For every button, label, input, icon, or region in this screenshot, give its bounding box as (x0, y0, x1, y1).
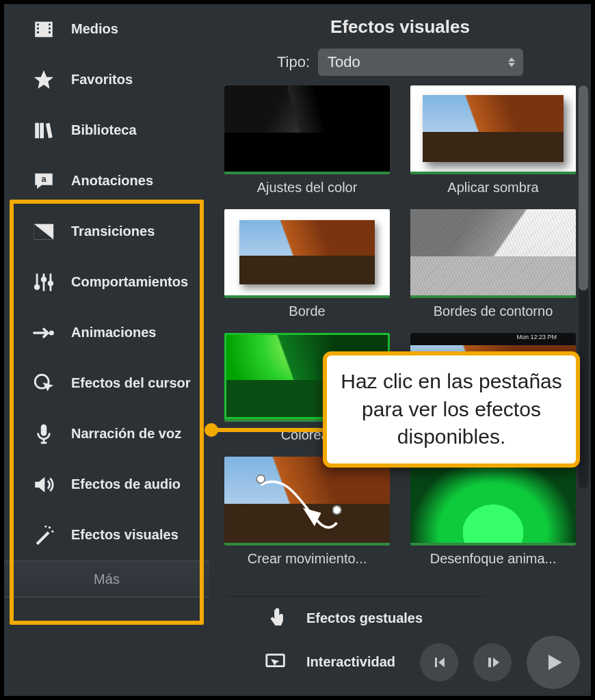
sidebar-item-label: Comportamientos (71, 274, 188, 290)
scrollbar-thumb[interactable] (579, 85, 588, 291)
sidebar-item-favorites[interactable]: Favoritos (4, 55, 209, 105)
callout-connector-line (209, 428, 327, 432)
books-icon (31, 118, 56, 143)
transition-icon (31, 219, 56, 244)
star-icon (31, 68, 56, 92)
sidebar-item-label: Favoritos (71, 72, 133, 88)
sidebar-item-behaviors[interactable]: Comportamientos (4, 257, 209, 308)
effect-drop-shadow[interactable]: Aplicar sombra (410, 85, 576, 196)
sidebar-item-label: Anotaciones (71, 173, 153, 189)
step-back-button[interactable] (420, 643, 458, 682)
sidebar-item-voice-narration[interactable]: Narración de voz (4, 409, 209, 459)
type-filter-label: Tipo: (277, 53, 310, 71)
sidebar-item-label: Efectos visuales (71, 527, 178, 543)
play-pause-button[interactable] (473, 643, 512, 682)
sidebar-item-label: Animaciones (71, 325, 156, 340)
effect-thumbnail (410, 457, 576, 546)
effects-panel: Efectos visuales Tipo: Todo Ajustes del … (209, 4, 591, 696)
film-icon (31, 17, 56, 42)
sidebar-item-label: Efectos del cursor (71, 375, 191, 391)
effect-thumbnail (410, 209, 576, 298)
play-button[interactable] (527, 636, 580, 689)
app-root: Medios Favoritos Biblioteca Anotaciones … (4, 4, 591, 696)
sidebar-more-button[interactable]: Más (4, 561, 209, 597)
type-filter-select[interactable]: Todo (318, 49, 523, 76)
arrow-path-icon (31, 321, 56, 345)
effect-border[interactable]: Borde (224, 209, 390, 319)
sidebar-item-media[interactable]: Medios (4, 4, 209, 55)
sidebar-more-label: Más (94, 571, 120, 587)
sidebar-item-transitions[interactable]: Transiciones (4, 206, 209, 257)
effect-create-motion[interactable]: Crear movimiento... (224, 457, 390, 567)
effect-thumbnail (224, 457, 390, 546)
mic-icon (31, 422, 56, 446)
interactive-icon (264, 650, 289, 675)
type-filter-value: Todo (328, 53, 360, 71)
sidebar-item-label: Narración de voz (71, 426, 181, 442)
sidebar-item-label: Medios (71, 21, 118, 37)
sidebar-item-label: Efectos de audio (71, 476, 181, 492)
annotation-icon (31, 169, 56, 193)
effect-label: Desenfoque anima... (410, 546, 576, 567)
wand-icon (31, 523, 56, 548)
sidebar-item-audio-effects[interactable]: Efectos de audio (4, 459, 209, 510)
gesture-icon (264, 606, 289, 631)
tutorial-callout-text: Haz clic en las pestañas para ver los ef… (341, 368, 562, 451)
panel-title: Efectos visuales (209, 4, 591, 43)
effect-contour-borders[interactable]: Bordes de contorno (410, 209, 576, 319)
type-filter-row: Tipo: Todo (209, 43, 591, 85)
sidebar: Medios Favoritos Biblioteca Anotaciones … (4, 4, 209, 696)
sidebar-item-annotations[interactable]: Anotaciones (4, 156, 209, 206)
sliders-icon (31, 270, 56, 295)
effect-label: Aplicar sombra (410, 174, 576, 196)
sidebar-item-animations[interactable]: Animaciones (4, 308, 209, 358)
effect-label: Bordes de contorno (410, 298, 576, 319)
speaker-icon (31, 472, 56, 497)
sidebar-item-library[interactable]: Biblioteca (4, 105, 209, 156)
sidebar-item-label: Interactividad (306, 654, 395, 670)
effect-thumbnail (410, 85, 576, 174)
effect-label: Ajustes del color (224, 174, 390, 196)
sidebar-item-label: Efectos gestuales (306, 610, 423, 626)
sidebar-item-cursor-effects[interactable]: Efectos del cursor (4, 358, 209, 409)
effect-label: Crear movimiento... (224, 546, 390, 567)
sidebar-item-label: Transiciones (71, 224, 155, 239)
sidebar-item-gesture-effects[interactable]: Efectos gestuales (226, 597, 486, 641)
playback-controls (420, 636, 580, 689)
effect-thumbnail (224, 209, 390, 298)
effect-color-adjust[interactable]: Ajustes del color (224, 85, 390, 196)
sidebar-item-visual-effects[interactable]: Efectos visuales (4, 510, 209, 561)
tutorial-callout: Haz clic en las pestañas para ver los ef… (323, 351, 580, 468)
cursor-ring-icon (31, 371, 56, 396)
effect-label: Borde (224, 298, 390, 319)
chevron-updown-icon (508, 57, 515, 67)
effect-thumbnail (224, 85, 390, 174)
effect-animated-blur[interactable]: Desenfoque anima... (410, 457, 576, 567)
sidebar-item-label: Biblioteca (71, 122, 137, 138)
